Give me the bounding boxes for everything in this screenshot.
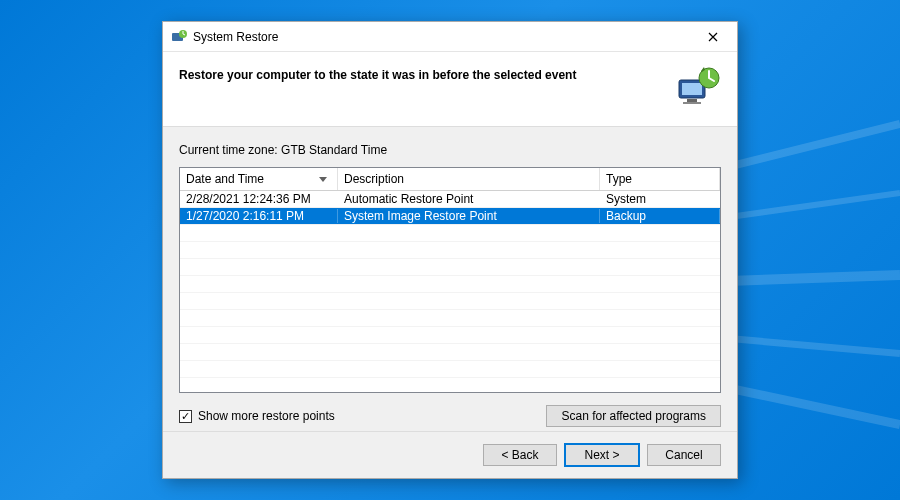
list-header: Date and Time Description Type	[180, 168, 720, 191]
svg-rect-5	[683, 102, 701, 104]
checkbox-box: ✓	[179, 410, 192, 423]
cancel-button[interactable]: Cancel	[647, 444, 721, 466]
wizard-header: Restore your computer to the state it wa…	[163, 52, 737, 127]
window-title: System Restore	[193, 30, 697, 44]
table-row[interactable]: 2/28/2021 12:24:36 PMAutomatic Restore P…	[180, 191, 720, 208]
scan-affected-button[interactable]: Scan for affected programs	[546, 405, 721, 427]
checkbox-label: Show more restore points	[198, 409, 335, 423]
column-header-description[interactable]: Description	[338, 168, 600, 190]
system-restore-icon	[171, 29, 187, 45]
svg-rect-3	[682, 83, 702, 95]
wizard-body: Current time zone: GTB Standard Time Dat…	[163, 127, 737, 431]
back-button[interactable]: < Back	[483, 444, 557, 466]
next-button[interactable]: Next >	[565, 444, 639, 466]
table-cell: 1/27/2020 2:16:11 PM	[180, 209, 338, 223]
restore-points-list[interactable]: Date and Time Description Type 2/28/2021…	[179, 167, 721, 393]
timezone-label: Current time zone: GTB Standard Time	[179, 143, 721, 157]
table-cell: System	[600, 192, 720, 206]
svg-rect-4	[687, 99, 697, 102]
show-more-checkbox[interactable]: ✓ Show more restore points	[179, 409, 335, 423]
table-cell: System Image Restore Point	[338, 209, 600, 223]
table-cell: Automatic Restore Point	[338, 192, 600, 206]
titlebar[interactable]: System Restore	[163, 22, 737, 52]
close-icon	[708, 32, 718, 42]
restore-hero-icon	[673, 66, 721, 108]
table-cell: 2/28/2021 12:24:36 PM	[180, 192, 338, 206]
list-body: 2/28/2021 12:24:36 PMAutomatic Restore P…	[180, 191, 720, 393]
wizard-footer: < Back Next > Cancel	[163, 431, 737, 478]
column-header-type[interactable]: Type	[600, 168, 720, 190]
table-row[interactable]: 1/27/2020 2:16:11 PMSystem Image Restore…	[180, 208, 720, 225]
column-header-date[interactable]: Date and Time	[180, 168, 338, 190]
wizard-heading: Restore your computer to the state it wa…	[179, 66, 661, 82]
table-cell: Backup	[600, 209, 720, 223]
close-button[interactable]	[697, 22, 729, 51]
system-restore-window: System Restore Restore your computer to …	[162, 21, 738, 479]
